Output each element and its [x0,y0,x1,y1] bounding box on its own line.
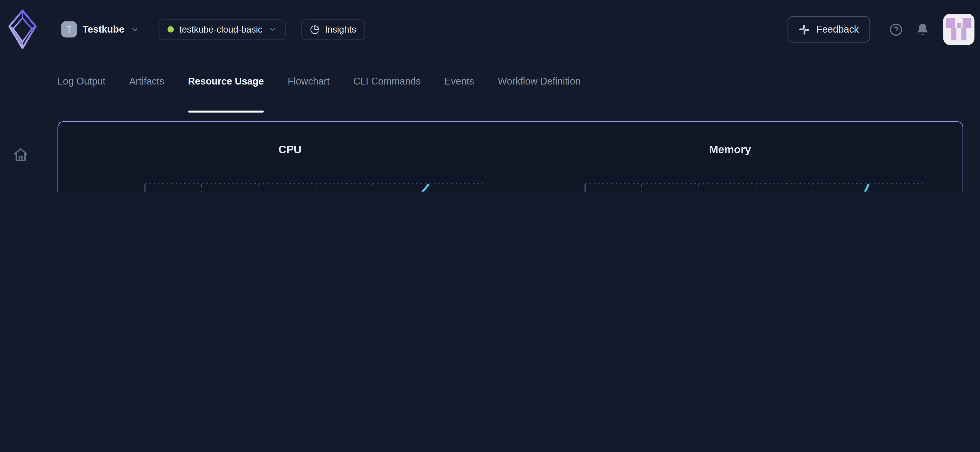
tab-events[interactable]: Events [445,75,474,88]
sidebar-nav [0,59,41,191]
chart-title: Memory [515,143,944,156]
pie-chart-icon [310,25,319,34]
environment-name: testkube-cloud-basic [179,24,262,35]
chevron-down-icon [268,25,277,33]
feedback-label: Feedback [816,24,859,35]
testkube-cube-logo-icon[interactable] [8,9,37,49]
org-switcher[interactable]: T Testkube [61,21,139,37]
slack-icon [799,24,810,35]
org-name: Testkube [83,24,124,35]
tab-flowchart[interactable]: Flowchart [288,75,330,88]
tab-artifacts[interactable]: Artifacts [129,75,164,88]
sidebar-item-test-workflows-add[interactable] [8,190,33,191]
chevron-down-icon [130,25,139,34]
sidebar-item-home[interactable] [8,143,33,167]
memory-chart-plot[interactable]: 01:15:09 PM01:15:20 PM01:15:21 PM01:15:2… [515,167,944,191]
help-circle-icon[interactable] [889,23,903,36]
memory-chart: Memory 01:15:09 PM01:15:20 PM01:15:21 PM… [515,137,944,191]
tab-resource-usage[interactable]: Resource Usage [188,75,264,88]
tab-log-output[interactable]: Log Output [57,75,105,88]
environment-select[interactable]: testkube-cloud-basic [159,19,286,40]
resource-usage-panel: CPU 01:15:09 PM01:15:20 PM01:15:21 PM01:… [57,121,963,191]
tab-workflow-definition[interactable]: Workflow Definition [498,75,581,88]
bell-icon[interactable] [916,23,929,35]
header-right: Feedback [788,14,980,45]
cpu-chart: CPU 01:15:09 PM01:15:20 PM01:15:21 PM01:… [75,137,504,191]
home-icon [13,147,29,163]
app-viewport: T Testkube testkube-cloud-basic Insights [0,0,980,191]
insights-button[interactable]: Insights [301,19,365,40]
tab-cli-commands[interactable]: CLI Commands [353,75,421,88]
chart-title: CPU [75,143,504,156]
user-avatar-identicon[interactable] [943,14,974,45]
app-header: T Testkube testkube-cloud-basic Insights [0,0,980,59]
insights-label: Insights [325,24,356,35]
green-status-dot [167,26,174,33]
tab-bar: Log OutputArtifactsResource UsageFlowcha… [57,59,581,121]
org-avatar: T [61,21,77,37]
feedback-button[interactable]: Feedback [788,16,870,42]
cpu-chart-plot[interactable]: 01:15:09 PM01:15:20 PM01:15:21 PM01:15:2… [75,167,504,191]
